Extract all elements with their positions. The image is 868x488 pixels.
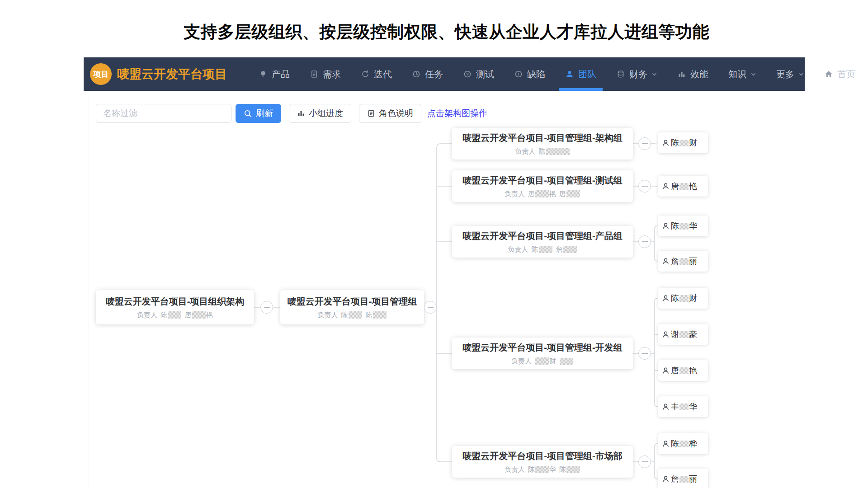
owner-name: 詹 — [556, 245, 577, 254]
collapse-toggle[interactable] — [638, 347, 651, 360]
censored-text — [535, 357, 549, 365]
person-outline-icon — [662, 139, 670, 147]
censored-text — [566, 190, 580, 197]
org-node-group-architecture[interactable]: 唛盟云开发平台项目-项目管理组-架构组负责人陈 — [452, 128, 633, 160]
member-card[interactable]: 詹丽 — [658, 251, 708, 272]
member-card[interactable]: 唐艳 — [658, 360, 708, 381]
owner-name: 陈华 — [528, 465, 556, 474]
collapse-toggle[interactable] — [424, 301, 437, 314]
member-name: 陈财 — [671, 137, 697, 148]
org-node-root[interactable]: 唛盟云开发平台项目-项目组织架构负责人陈唐艳 — [96, 290, 254, 324]
censored-text — [546, 148, 570, 155]
collapse-toggle[interactable] — [638, 180, 651, 192]
minus-icon — [642, 186, 648, 187]
censored-text — [679, 404, 689, 410]
minus-icon — [428, 307, 434, 308]
org-node-owners: 负责人财 — [511, 357, 574, 366]
collapse-toggle[interactable] — [260, 301, 273, 314]
member-card[interactable]: 陈财 — [658, 288, 708, 309]
owner-name — [559, 357, 574, 365]
member-name: 陈财 — [671, 293, 697, 304]
censored-text — [168, 311, 181, 319]
person-outline-icon — [662, 183, 670, 190]
owner-prefix-label: 负责人 — [137, 311, 157, 319]
org-node-title: 唛盟云开发平台项目-项目管理组-市场部 — [462, 450, 622, 462]
org-node-title: 唛盟云开发平台项目-项目管理组-测试组 — [462, 174, 622, 187]
member-card[interactable]: 谢豪 — [658, 324, 708, 345]
owner-name: 陈 — [160, 311, 182, 319]
org-chart: 唛盟云开发平台项目-项目组织架构负责人陈唐艳唛盟云开发平台项目-项目管理组负责人… — [0, 0, 868, 488]
censored-text — [560, 358, 573, 365]
censored-text — [535, 466, 549, 473]
minus-icon — [642, 241, 648, 242]
owner-name: 陈 — [539, 147, 570, 156]
org-node-owners: 负责人陈华陈 — [505, 465, 580, 474]
censored-text — [349, 311, 362, 319]
censored-text — [679, 367, 689, 374]
owner-name: 陈 — [532, 245, 553, 254]
minus-icon — [642, 353, 648, 354]
minus-icon — [264, 307, 270, 308]
member-name: 詹丽 — [671, 474, 697, 484]
owner-prefix-label: 负责人 — [505, 190, 525, 198]
person-outline-icon — [662, 403, 670, 411]
censored-text — [679, 140, 689, 146]
owner-prefix-label: 负责人 — [505, 465, 525, 474]
member-card[interactable]: 詹丽 — [658, 469, 708, 488]
member-card[interactable]: 丰华 — [658, 396, 708, 417]
person-outline-icon — [662, 258, 670, 265]
member-name: 陈桦 — [671, 438, 697, 449]
censored-text — [373, 311, 387, 319]
censored-text — [563, 246, 577, 253]
owner-prefix-label: 负责人 — [515, 147, 536, 156]
person-outline-icon — [662, 440, 670, 448]
owner-prefix-label: 负责人 — [508, 245, 528, 254]
censored-text — [192, 311, 206, 319]
org-node-title: 唛盟云开发平台项目-项目管理组 — [288, 296, 417, 308]
minus-icon — [642, 461, 648, 462]
censored-text — [566, 466, 580, 473]
censored-text — [539, 246, 552, 253]
person-outline-icon — [662, 295, 670, 302]
collapse-toggle[interactable] — [638, 455, 651, 468]
censored-text — [679, 331, 689, 338]
member-name: 詹丽 — [671, 256, 697, 267]
org-node-title: 唛盟云开发平台项目-项目管理组-开发组 — [462, 342, 622, 354]
owner-name: 唐 — [559, 190, 580, 198]
censored-text — [679, 295, 689, 302]
org-node-group-market[interactable]: 唛盟云开发平台项目-项目管理组-市场部负责人陈华陈 — [452, 446, 633, 478]
member-card[interactable]: 陈财 — [658, 132, 708, 153]
owner-name: 财 — [535, 357, 556, 366]
owner-prefix-label: 负责人 — [511, 357, 532, 366]
person-outline-icon — [662, 331, 670, 338]
owner-name: 唐艳 — [185, 311, 213, 319]
member-card[interactable]: 唐艳 — [658, 176, 708, 197]
org-node-title: 唛盟云开发平台项目-项目管理组-产品组 — [462, 230, 622, 242]
org-node-group-development[interactable]: 唛盟云开发平台项目-项目管理组-开发组负责人财 — [452, 338, 633, 369]
owner-name: 陈 — [559, 465, 580, 474]
collapse-toggle[interactable] — [638, 137, 651, 150]
censored-text — [535, 190, 549, 197]
censored-text — [679, 183, 689, 190]
member-name: 陈华 — [671, 221, 697, 231]
owner-prefix-label: 负责人 — [318, 311, 338, 319]
censored-text — [679, 476, 689, 483]
org-connector-lines — [0, 0, 868, 488]
org-node-owners: 负责人唐艳唐 — [505, 190, 580, 198]
org-node-group-test[interactable]: 唛盟云开发平台项目-项目管理组-测试组负责人唐艳唐 — [452, 170, 633, 202]
org-node-title: 唛盟云开发平台项目-项目管理组-架构组 — [462, 132, 622, 144]
org-node-management[interactable]: 唛盟云开发平台项目-项目管理组负责人陈陈 — [280, 290, 424, 324]
org-node-owners: 负责人陈陈 — [318, 311, 387, 319]
org-node-owners: 负责人陈唐艳 — [137, 311, 213, 319]
member-card[interactable]: 陈华 — [658, 216, 708, 236]
org-node-owners: 负责人陈 — [515, 147, 570, 156]
collapse-toggle[interactable] — [638, 235, 651, 248]
member-name: 谢豪 — [671, 329, 697, 340]
owner-name: 陈 — [341, 311, 363, 319]
member-card[interactable]: 陈桦 — [658, 433, 708, 454]
censored-text — [679, 441, 689, 447]
censored-text — [679, 258, 689, 265]
org-node-group-product[interactable]: 唛盟云开发平台项目-项目管理组-产品组负责人陈詹 — [452, 226, 633, 258]
owner-name: 唐艳 — [528, 190, 556, 198]
person-outline-icon — [662, 367, 670, 375]
